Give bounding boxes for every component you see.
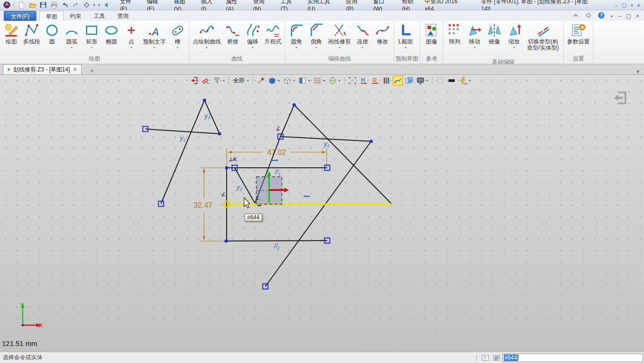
dropdown-caret-icon[interactable]: ▼: [278, 79, 280, 82]
dropdown-caret-icon[interactable]: ▼: [315, 46, 318, 51]
dropdown-caret-icon[interactable]: ▼: [338, 46, 341, 51]
file-menu-button[interactable]: 文件(F): [4, 11, 36, 21]
constraint-label[interactable]: y₂: [204, 112, 211, 120]
window-menu-icon[interactable]: ≡: [637, 2, 640, 8]
constraint-label[interactable]: y₁: [179, 134, 186, 142]
dropdown-caret-icon[interactable]: ▼: [308, 79, 311, 82]
regen-icon[interactable]: GM: [458, 76, 468, 86]
dotted-circle-icon[interactable]: [435, 76, 445, 86]
wand-icon[interactable]: [256, 76, 266, 86]
copy-view-icon[interactable]: [404, 76, 414, 86]
ribbon-button-connect[interactable]: 连接▼: [353, 22, 373, 54]
dropdown-caret-icon[interactable]: ▼: [293, 79, 296, 82]
tab-close-icon[interactable]: ✕: [73, 66, 77, 73]
doc-restore-button[interactable]: ▢: [626, 13, 631, 19]
ribbon-tab-约束[interactable]: 约束: [64, 11, 87, 21]
ribbon-button-equation[interactable]: 方程式: [263, 22, 283, 54]
black-bar-icon[interactable]: [447, 76, 457, 86]
display-mode-icon[interactable]: [415, 76, 425, 86]
sketch-line[interactable]: [280, 105, 294, 137]
sketch-line[interactable]: [161, 100, 204, 204]
ribbon-button-slot[interactable]: 槽▼: [168, 22, 187, 54]
doc-close-button[interactable]: ×: [636, 13, 639, 19]
ribbon-button-polyline[interactable]: 多线段: [21, 22, 42, 54]
dropdown-caret-icon[interactable]: ▼: [473, 46, 476, 51]
color-bars-icon[interactable]: [381, 76, 391, 86]
constraint-label[interactable]: //₁: [274, 168, 281, 176]
view-manager-caret-icon[interactable]: ▼: [93, 3, 96, 7]
ribbon-button-offset[interactable]: 偏移▼: [243, 22, 263, 54]
input-mode-icon[interactable]: T: [481, 353, 490, 363]
point-handle[interactable]: [203, 98, 206, 102]
constraint-label[interactable]: y₂: [236, 183, 243, 191]
dropdown-caret-icon[interactable]: ▼: [513, 46, 516, 51]
dropdown-caret-icon[interactable]: ▼: [90, 46, 93, 51]
minimize-button[interactable]: –: [615, 2, 618, 8]
dropdown-caret-icon[interactable]: ▼: [338, 79, 341, 82]
ribbon-button-mirror[interactable]: 镜像: [484, 22, 504, 58]
shaded-display-icon[interactable]: [267, 76, 277, 86]
ribbon-button-switchtype[interactable]: 切换类型(构造型/实体型): [524, 22, 562, 58]
constraint-glyph[interactable]: ∠: [221, 191, 226, 197]
help-caret-icon[interactable]: ▼: [610, 15, 613, 18]
constraint-label[interactable]: y₁: [323, 140, 330, 147]
sketch-line[interactable]: [226, 241, 327, 241]
dropdown-caret-icon[interactable]: ▼: [295, 46, 298, 51]
sketch-line[interactable]: [294, 105, 392, 204]
ribbon-button-fillet[interactable]: 圆角▼: [287, 22, 306, 54]
dropdown-caret-icon[interactable]: ▼: [251, 46, 254, 51]
ribbon-button-lsection[interactable]: L截面▼: [396, 22, 415, 54]
perspective-view-icon[interactable]: [328, 76, 338, 86]
point-handle[interactable]: [225, 166, 228, 169]
horizontal-constraint-marker[interactable]: [304, 196, 310, 197]
exit-sketch-icon[interactable]: [189, 76, 199, 86]
point-handle[interactable]: [369, 139, 373, 143]
constraint-glyph[interactable]: ∠: [255, 195, 260, 201]
dropdown-caret-icon[interactable]: ▼: [361, 46, 364, 51]
dropdown-caret-icon[interactable]: ▼: [426, 79, 429, 82]
wireframe-display-icon[interactable]: [282, 76, 292, 86]
dimension-height[interactable]: 32.47: [194, 201, 212, 209]
selection-filter-icon[interactable]: [212, 76, 222, 86]
ribbon-tab-草图[interactable]: 草图: [39, 11, 64, 21]
command-list-icon[interactable]: [492, 353, 501, 363]
sketch-canvas[interactable]: 47.0232.47y₂y₁y₂y₁//₁//₁⊥K∠∠∠YX ▼全部▼▼▼▼▼…: [0, 75, 644, 352]
dropdown-caret-icon[interactable]: ▼: [130, 46, 133, 51]
point-handle[interactable]: [218, 132, 221, 135]
ribbon-button-trim[interactable]: 画线修剪▼: [326, 22, 353, 54]
open-file-icon[interactable]: [27, 0, 37, 10]
ribbon-button-modify[interactable]: 修改: [373, 22, 392, 54]
ribbon-button-move[interactable]: 移动▼: [465, 22, 484, 58]
dimension-width[interactable]: 47.02: [267, 148, 286, 156]
constraint-glyph[interactable]: ∠: [276, 126, 280, 131]
doc-minimize-button[interactable]: –: [618, 13, 621, 19]
help-icon[interactable]: ?: [597, 11, 605, 21]
dropdown-caret-icon[interactable]: ▼: [205, 46, 208, 51]
dropdown-caret-icon[interactable]: ▼: [70, 46, 73, 51]
filter-scope[interactable]: 全部: [232, 76, 246, 86]
document-tab[interactable]: + 划线修剪.Z3 - [草图14] ✕: [3, 64, 82, 74]
ribbon-button-pattern[interactable]: 阵列: [445, 22, 465, 58]
dropdown-caret-icon[interactable]: ▼: [468, 79, 471, 82]
section-view-icon[interactable]: [297, 76, 307, 86]
customize-toolbar-icon[interactable]: ▼: [97, 3, 101, 7]
dropdown-caret-icon[interactable]: ▼: [323, 79, 326, 82]
ribbon-button-circle[interactable]: 圆: [42, 22, 62, 54]
sketch-line[interactable]: [145, 129, 220, 134]
ribbon-button-ellipse[interactable]: 椭圆: [102, 22, 121, 54]
ribbon-button-draw[interactable]: 绘图: [1, 22, 21, 54]
dropdown-caret-icon[interactable]: ▼: [404, 46, 407, 51]
ribbon-button-params[interactable]: 参数设置: [565, 22, 592, 54]
ribbon-tab-查询[interactable]: 查询: [111, 11, 135, 21]
ribbon-button-image[interactable]: 图像: [422, 22, 441, 54]
new-file-icon[interactable]: [17, 0, 26, 10]
grid-display-icon[interactable]: [313, 76, 322, 86]
ribbon-button-rect[interactable]: 矩形▼: [82, 22, 102, 54]
horizontal-constraint-marker[interactable]: [272, 160, 278, 161]
ribbon-button-curvepts[interactable]: 点绘制曲线▼: [191, 22, 223, 54]
ribbon-button-scale[interactable]: 缩放▼: [504, 22, 524, 58]
redo-icon[interactable]: [71, 0, 80, 10]
curve-connectivity-icon[interactable]: [393, 76, 403, 86]
undo-icon[interactable]: [60, 0, 69, 10]
view-manager-icon[interactable]: [82, 0, 91, 10]
